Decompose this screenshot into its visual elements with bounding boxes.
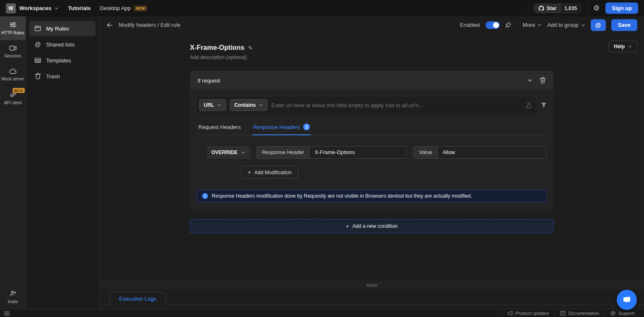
status-footer: Product updates Documentation Support <box>0 309 644 317</box>
bottom-gap <box>99 305 644 309</box>
source-key-label: URL <box>204 102 214 108</box>
rail-item-invite[interactable]: Invite <box>0 285 26 309</box>
plus-icon <box>346 223 349 229</box>
header-name-group: Response Header <box>257 146 407 159</box>
documentation-link[interactable]: Documentation <box>554 309 605 317</box>
workspaces-label: Workspaces <box>19 5 51 11</box>
star-count: 1,035 <box>560 4 581 13</box>
rule-description-field[interactable]: Add description (optional) <box>190 54 553 60</box>
top-bar: W Workspaces Tutorials Desktop App NEW S… <box>0 0 644 16</box>
rail-item-label: Invite <box>8 299 18 304</box>
app: W Workspaces Tutorials Desktop App NEW S… <box>0 0 644 317</box>
sidebar-item-trash[interactable]: Trash <box>29 69 96 84</box>
desktop-app-link[interactable]: Desktop App NEW <box>100 5 147 11</box>
source-key-dropdown[interactable]: URL <box>199 99 226 111</box>
sidebar-item-label: Shared lists <box>46 41 75 48</box>
source-condition-row: URL Contains <box>197 97 536 113</box>
header-name-input[interactable] <box>309 146 407 159</box>
modification-type-label: OVERRIDE <box>211 149 238 155</box>
book-icon <box>560 311 566 316</box>
rail-item-label: API client <box>4 101 21 105</box>
header-value-input[interactable] <box>437 146 546 159</box>
rail-item-http-rules[interactable]: HTTP Rules <box>0 16 26 40</box>
collapse-chevron-icon[interactable] <box>527 78 532 83</box>
panel-resize-handle[interactable] <box>99 281 644 289</box>
workspaces-menu[interactable]: W Workspaces <box>6 3 59 13</box>
header-value-addon: Value <box>413 146 437 159</box>
headers-tabs: Request Headers Response Headers 1 <box>197 122 547 135</box>
video-camera-icon <box>9 45 17 51</box>
filter-funnel-icon[interactable] <box>541 102 547 108</box>
edit-pencil-icon[interactable]: ✎ <box>248 45 253 51</box>
add-modification-button[interactable]: Add Modification <box>241 166 298 179</box>
settings-gear-icon[interactable]: ⚙ <box>593 5 600 12</box>
sidebar-item-label: Templates <box>46 57 71 64</box>
condition-card-header: If request <box>190 71 553 90</box>
bottom-panel: Execution Logs <box>99 281 644 309</box>
source-operator-dropdown[interactable]: Contains <box>230 99 267 111</box>
breadcrumb: Modify headers / Edit rule <box>119 22 180 28</box>
sliders-icon <box>9 21 17 28</box>
invite-person-icon <box>10 290 16 297</box>
help-button[interactable]: Help <box>608 41 638 52</box>
sidebar-item-my-rules[interactable]: My Rules <box>29 21 96 36</box>
info-banner: i Response Headers modification done by … <box>197 190 547 202</box>
sidebar-item-label: My Rules <box>46 26 69 32</box>
tab-response-headers[interactable]: Response Headers 1 <box>252 122 311 135</box>
megaphone-icon <box>507 311 513 316</box>
sidebar-item-shared-lists[interactable]: @ Shared lists <box>29 37 96 52</box>
main-panel: Modify headers / Edit rule Enabled More … <box>99 16 644 309</box>
drag-dots <box>366 284 377 287</box>
chat-bubble-icon <box>622 296 631 304</box>
more-menu[interactable]: More <box>523 22 542 28</box>
tab-request-headers[interactable]: Request Headers <box>197 122 242 135</box>
rail-item-mock-server[interactable]: Mock server <box>0 63 26 86</box>
save-button[interactable]: Save <box>611 19 637 31</box>
source-url-input[interactable] <box>271 102 522 108</box>
share-rule-button[interactable]: @ <box>591 19 606 31</box>
support-link[interactable]: Support <box>605 309 640 317</box>
desktop-app-label: Desktop App <box>100 5 131 11</box>
support-label: Support <box>618 311 634 316</box>
tutorials-link[interactable]: Tutorials <box>68 5 91 11</box>
primary-sidebar: HTTP Rules Sessions Mock server BETA API… <box>0 16 26 309</box>
github-star-button[interactable]: Star 1,035 <box>534 4 581 13</box>
add-condition-button[interactable]: Add a new condition <box>190 219 553 233</box>
modification-type-dropdown[interactable]: OVERRIDE <box>207 146 250 159</box>
star-label: Star <box>547 5 556 11</box>
cloud-icon <box>9 68 17 74</box>
test-url-flask-icon[interactable] <box>526 102 532 108</box>
toggle-knob <box>493 22 499 28</box>
back-arrow-icon[interactable] <box>106 22 113 28</box>
pin-icon[interactable] <box>505 22 512 28</box>
shared-list-icon: @ <box>595 22 601 28</box>
condition-card-body: URL Contains <box>190 90 553 211</box>
divider <box>528 5 528 12</box>
sidebar-item-label: Trash <box>46 73 60 80</box>
enabled-toggle[interactable] <box>486 21 500 29</box>
chevron-down-icon <box>55 6 59 10</box>
enabled-label: Enabled <box>460 22 480 28</box>
chevron-down-icon <box>581 23 585 27</box>
signup-button[interactable]: Sign up <box>605 3 638 14</box>
chevron-down-icon <box>538 23 542 27</box>
rail-item-label: Mock server <box>1 77 24 81</box>
product-updates-label: Product updates <box>515 311 549 316</box>
sidebar-item-templates[interactable]: Templates <box>29 53 96 68</box>
modification-row: OVERRIDE Response Header Value <box>207 146 547 159</box>
chevron-down-icon <box>241 150 245 155</box>
collapse-sidebar-icon[interactable] <box>4 311 10 316</box>
condition-card: If request <box>190 71 553 211</box>
tab-execution-logs[interactable]: Execution Logs <box>109 292 166 305</box>
new-badge: NEW <box>134 5 147 11</box>
rail-item-sessions[interactable]: Sessions <box>0 40 26 63</box>
plus-icon <box>248 169 251 175</box>
product-updates-link[interactable]: Product updates <box>501 309 554 317</box>
rail-item-api-client[interactable]: BETA API client <box>0 86 26 110</box>
add-to-group-menu[interactable]: Add to group <box>547 22 585 28</box>
beta-badge: BETA <box>13 88 25 93</box>
chat-widget-button[interactable] <box>617 290 637 310</box>
add-modification-label: Add Modification <box>254 170 292 175</box>
delete-condition-trash-icon[interactable] <box>540 77 546 84</box>
header-name-addon: Response Header <box>257 146 309 159</box>
